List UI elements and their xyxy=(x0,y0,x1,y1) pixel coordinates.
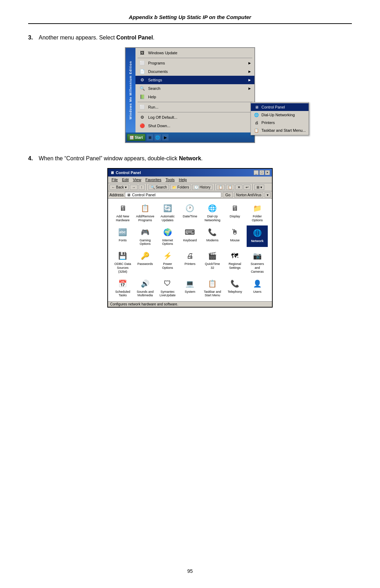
back-button[interactable]: ← Back ▾ xyxy=(109,185,129,190)
cp-title-icon: 🖥 xyxy=(110,171,114,175)
settings-icon: ⚙ xyxy=(139,77,145,83)
add-hardware-label: Add NewHardware xyxy=(116,215,129,222)
search-button[interactable]: 🔍 Search xyxy=(148,185,169,190)
menu-item-settings[interactable]: ⚙ Settings ▶ 🖥 Control Panel 🌐 Dial-Up xyxy=(135,76,254,84)
display-label: Display xyxy=(230,215,240,218)
norton-button[interactable]: Norton AntiVirus xyxy=(234,192,263,198)
folder-options-label: Folder Options xyxy=(248,215,267,222)
cp-icon-system[interactable]: 💻 System xyxy=(179,277,201,299)
menu-item-shutdown[interactable]: 🔴 Shut Down... xyxy=(135,122,254,130)
submenu-dialup[interactable]: 🌐 Dial-Up Networking xyxy=(251,111,309,119)
taskbar-desktop-icon[interactable]: 🖥 xyxy=(147,134,153,141)
gaming-label: GamingOptions xyxy=(140,239,151,246)
network-label: Network xyxy=(251,239,264,243)
paste-button[interactable]: 📋 xyxy=(226,185,234,190)
taskbar-label: Taskbar andStart Menu xyxy=(204,290,221,298)
cp-toolbar: ← Back ▾ → ↑ 🔍 Search 📁 Folders 🕐 Histor… xyxy=(108,183,272,191)
maximize-button[interactable]: □ xyxy=(259,170,264,175)
norton-options-button[interactable]: ▾ xyxy=(265,192,271,198)
page-header: Appendix b Setting Up Static IP on the C… xyxy=(28,14,352,24)
cp-icon-add-hardware[interactable]: 🖥 Add NewHardware xyxy=(112,202,133,223)
cp-icon-regional[interactable]: 🗺 RegionalSettings xyxy=(224,249,246,274)
cp-icon-internet[interactable]: 🌍 InternetOptions xyxy=(157,225,178,247)
menu-item-documents[interactable]: 📄 Documents ▶ xyxy=(135,67,254,76)
submenu-taskbar[interactable]: 📋 Taskbar and Start Menu... xyxy=(251,126,309,134)
folders-button[interactable]: 📁 Folders xyxy=(170,185,191,190)
cp-icon-fonts[interactable]: 🔤 Fonts xyxy=(112,225,133,247)
taskbar-ie-icon[interactable]: 🌐 xyxy=(154,134,161,141)
close-button[interactable]: ✕ xyxy=(265,170,270,175)
delete-button[interactable]: ✕ xyxy=(235,185,242,190)
start-button[interactable]: 🪟 Start xyxy=(127,134,145,141)
undo-button[interactable]: ↩ xyxy=(243,185,251,190)
menu-item-search[interactable]: 🔍 Search ▶ xyxy=(135,84,254,93)
cp-icon-printers[interactable]: 🖨 Printers xyxy=(179,249,201,274)
go-button[interactable]: Go xyxy=(223,192,233,198)
cp-icon-users[interactable]: 👤 Users xyxy=(247,277,268,299)
cp-icon-taskbar[interactable]: 📋 Taskbar andStart Menu xyxy=(202,277,223,299)
cp-icon-display[interactable]: 🖥 Display xyxy=(224,202,246,223)
up-button[interactable]: ↑ xyxy=(139,185,145,190)
cp-icon-auto-updates[interactable]: 🔄 AutomaticUpdates xyxy=(157,202,178,223)
submenu-printers[interactable]: 🖨 Printers xyxy=(251,119,309,126)
cp-icon-add-remove[interactable]: 📋 Add/RemovePrograms xyxy=(135,202,156,223)
cp-icon-mouse[interactable]: 🖱 Mouse xyxy=(224,225,246,247)
start-icon: 🪟 xyxy=(129,136,134,140)
menu-view[interactable]: View xyxy=(131,177,144,182)
cp-icon-odbc[interactable]: 💾 ODBC DataSources (32bit) xyxy=(112,249,133,274)
step-4-content: When the “Control Panel” window appears,… xyxy=(39,155,203,162)
forward-button[interactable]: → xyxy=(130,185,138,190)
history-button[interactable]: 🕐 History xyxy=(192,185,213,190)
header-title: Appendix b Setting Up Static IP on the C… xyxy=(129,14,251,20)
auto-updates-label: AutomaticUpdates xyxy=(160,215,175,222)
cp-icon-passwords[interactable]: 🔑 Passwords xyxy=(135,249,156,274)
cp-icon-keyboard[interactable]: ⌨ Keyboard xyxy=(179,225,201,247)
cp-icon-gaming[interactable]: 🎮 GamingOptions xyxy=(135,225,156,247)
menu-help[interactable]: Help xyxy=(177,177,189,182)
minimize-button[interactable]: _ xyxy=(254,170,259,175)
quicktime-icon: 🎬 xyxy=(207,250,218,261)
telephony-label: Telephony xyxy=(228,290,242,294)
cp-icon-folder-options[interactable]: 📁 Folder Options xyxy=(247,202,268,223)
scheduled-label: ScheduledTasks xyxy=(115,290,131,298)
scanners-icon: 📷 xyxy=(252,250,263,261)
menu-edit[interactable]: Edit xyxy=(120,177,131,182)
views-button[interactable]: ⊞ ▾ xyxy=(254,185,264,190)
cp-icon-scanners[interactable]: 📷 Scanners andCameras xyxy=(247,249,268,274)
toolbar-sep-1 xyxy=(146,184,147,190)
cp-icon-sounds[interactable]: 🔊 Sounds andMultimedia xyxy=(135,277,156,299)
cp-icon-network[interactable]: 🌐 Network xyxy=(247,225,268,247)
menu-item-help[interactable]: 📗 Help xyxy=(135,93,254,101)
menu-item-logoff[interactable]: ⚙ Log Off Default... xyxy=(135,113,254,122)
cp-icon-power[interactable]: ⚡ Power Options xyxy=(157,249,178,274)
submenu-control-panel[interactable]: 🖥 Control Panel xyxy=(251,103,309,111)
menu-item-windows-update[interactable]: 🖼 Windows Update xyxy=(135,49,254,57)
menu-item-run-label: Run... xyxy=(148,105,158,109)
copy-button[interactable]: 📋 xyxy=(216,185,225,190)
settings-submenu: 🖥 Control Panel 🌐 Dial-Up Networking 🖨 P… xyxy=(251,102,309,135)
address-input[interactable]: 🖥 Control Panel xyxy=(125,192,221,198)
menu-tools[interactable]: Tools xyxy=(164,177,177,182)
cp-icon-symantec[interactable]: 🛡 SymantecLiveUpdate xyxy=(157,277,178,299)
menu-item-programs[interactable]: ⬜ Programs ▶ xyxy=(135,59,254,67)
page-number: 95 xyxy=(0,568,380,574)
dialup-networking-icon: 🌐 xyxy=(207,203,218,214)
taskbar-media-icon[interactable]: ▶ xyxy=(162,134,169,141)
settings-arrow: ▶ xyxy=(248,78,251,82)
programs-icon: ⬜ xyxy=(139,60,145,66)
network-icon: 🌐 xyxy=(252,227,263,239)
menu-file[interactable]: File xyxy=(109,177,120,182)
cp-icon-scheduled[interactable]: 📅 ScheduledTasks xyxy=(112,277,133,299)
datetime-icon: 🕐 xyxy=(184,203,196,214)
cp-icon-dialup[interactable]: 🌐 Dial-UpNetworking xyxy=(202,202,223,223)
cp-screenshot: 🖥 Control Panel _ □ ✕ File Edit View Fav… xyxy=(107,168,273,308)
cp-icon-modems[interactable]: 📞 Modems xyxy=(202,225,223,247)
symantec-icon: 🛡 xyxy=(162,278,173,289)
cp-icon-telephony[interactable]: 📞 Telephony xyxy=(224,277,246,299)
menu-favorites[interactable]: Favorites xyxy=(143,177,163,182)
cp-icon-datetime[interactable]: 🕐 Date/Time xyxy=(179,202,201,223)
submenu-dialup-label: Dial-Up Networking xyxy=(261,113,295,117)
sounds-label: Sounds andMultimedia xyxy=(137,290,154,298)
cp-icon-quicktime[interactable]: 🎬 QuickTime 32 xyxy=(202,249,223,274)
menu-item-run[interactable]: ⬜ Run... xyxy=(135,103,254,111)
